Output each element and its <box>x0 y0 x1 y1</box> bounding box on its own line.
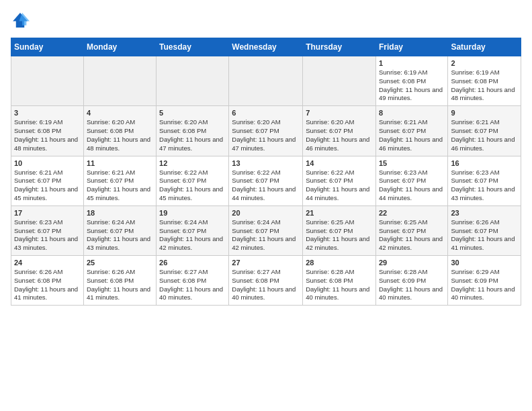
calendar-cell: 8Sunrise: 6:21 AMSunset: 6:07 PMDaylight… <box>375 106 447 156</box>
calendar-cell: 16Sunrise: 6:23 AMSunset: 6:07 PMDayligh… <box>448 156 521 205</box>
day-number: 15 <box>379 159 445 167</box>
page-header <box>11 11 521 30</box>
calendar-cell: 30Sunrise: 6:29 AMSunset: 6:09 PMDayligh… <box>448 256 521 306</box>
day-info: Sunrise: 6:23 AMSunset: 6:07 PMDaylight:… <box>14 218 81 253</box>
calendar-cell: 13Sunrise: 6:22 AMSunset: 6:07 PMDayligh… <box>229 156 303 205</box>
weekday-header: Saturday <box>448 38 521 56</box>
calendar-cell: 25Sunrise: 6:26 AMSunset: 6:08 PMDayligh… <box>83 256 156 306</box>
day-number: 29 <box>379 259 445 267</box>
day-info: Sunrise: 6:20 AMSunset: 6:07 PMDaylight:… <box>306 118 373 152</box>
calendar-cell: 21Sunrise: 6:25 AMSunset: 6:07 PMDayligh… <box>303 205 376 255</box>
day-info: Sunrise: 6:23 AMSunset: 6:07 PMDaylight:… <box>379 169 445 203</box>
calendar-cell <box>229 56 303 106</box>
calendar-table: SundayMondayTuesdayWednesdayThursdayFrid… <box>11 38 521 306</box>
day-info: Sunrise: 6:29 AMSunset: 6:09 PMDaylight:… <box>451 268 518 302</box>
day-info: Sunrise: 6:22 AMSunset: 6:07 PMDaylight:… <box>159 169 226 203</box>
day-number: 16 <box>451 159 518 167</box>
day-info: Sunrise: 6:22 AMSunset: 6:07 PMDaylight:… <box>232 169 300 203</box>
logo-icon <box>11 11 30 30</box>
day-info: Sunrise: 6:21 AMSunset: 6:07 PMDaylight:… <box>87 169 153 203</box>
calendar-cell <box>303 56 376 106</box>
day-info: Sunrise: 6:21 AMSunset: 6:07 PMDaylight:… <box>379 118 445 152</box>
day-info: Sunrise: 6:22 AMSunset: 6:07 PMDaylight:… <box>306 169 373 203</box>
day-number: 17 <box>14 209 81 217</box>
day-info: Sunrise: 6:27 AMSunset: 6:08 PMDaylight:… <box>232 268 300 302</box>
day-number: 28 <box>306 259 373 267</box>
calendar-cell: 4Sunrise: 6:20 AMSunset: 6:08 PMDaylight… <box>83 106 156 156</box>
day-info: Sunrise: 6:24 AMSunset: 6:07 PMDaylight:… <box>232 218 300 253</box>
calendar-cell: 15Sunrise: 6:23 AMSunset: 6:07 PMDayligh… <box>375 156 447 205</box>
weekday-header: Tuesday <box>157 38 229 56</box>
day-number: 30 <box>451 259 518 267</box>
day-number: 27 <box>232 259 300 267</box>
calendar-week-row: 17Sunrise: 6:23 AMSunset: 6:07 PMDayligh… <box>11 205 521 255</box>
day-number: 19 <box>159 209 226 217</box>
day-number: 4 <box>87 109 153 117</box>
calendar-cell: 3Sunrise: 6:19 AMSunset: 6:08 PMDaylight… <box>11 106 84 156</box>
day-number: 13 <box>232 159 300 167</box>
day-info: Sunrise: 6:26 AMSunset: 6:08 PMDaylight:… <box>14 268 81 302</box>
calendar-cell: 9Sunrise: 6:21 AMSunset: 6:07 PMDaylight… <box>448 106 521 156</box>
day-number: 24 <box>14 259 81 267</box>
day-number: 25 <box>87 259 153 267</box>
calendar-cell: 29Sunrise: 6:28 AMSunset: 6:09 PMDayligh… <box>375 256 447 306</box>
day-number: 11 <box>87 159 153 167</box>
day-info: Sunrise: 6:20 AMSunset: 6:08 PMDaylight:… <box>87 118 153 152</box>
weekday-header: Thursday <box>303 38 376 56</box>
calendar-week-row: 3Sunrise: 6:19 AMSunset: 6:08 PMDaylight… <box>11 106 521 156</box>
calendar-cell: 10Sunrise: 6:21 AMSunset: 6:07 PMDayligh… <box>11 156 84 205</box>
day-info: Sunrise: 6:19 AMSunset: 6:08 PMDaylight:… <box>379 68 445 103</box>
calendar-week-row: 1Sunrise: 6:19 AMSunset: 6:08 PMDaylight… <box>11 56 521 106</box>
calendar-cell: 11Sunrise: 6:21 AMSunset: 6:07 PMDayligh… <box>83 156 156 205</box>
day-number: 14 <box>306 159 373 167</box>
calendar-cell: 1Sunrise: 6:19 AMSunset: 6:08 PMDaylight… <box>375 56 447 106</box>
day-number: 9 <box>451 109 518 117</box>
weekday-header: Wednesday <box>229 38 303 56</box>
day-number: 2 <box>451 59 518 67</box>
day-number: 8 <box>379 109 445 117</box>
calendar-cell: 19Sunrise: 6:24 AMSunset: 6:07 PMDayligh… <box>157 205 229 255</box>
calendar-cell: 18Sunrise: 6:24 AMSunset: 6:07 PMDayligh… <box>83 205 156 255</box>
day-info: Sunrise: 6:19 AMSunset: 6:08 PMDaylight:… <box>451 68 518 103</box>
calendar-cell: 24Sunrise: 6:26 AMSunset: 6:08 PMDayligh… <box>11 256 84 306</box>
calendar-cell: 6Sunrise: 6:20 AMSunset: 6:07 PMDaylight… <box>229 106 303 156</box>
day-info: Sunrise: 6:21 AMSunset: 6:07 PMDaylight:… <box>14 169 81 203</box>
weekday-header-row: SundayMondayTuesdayWednesdayThursdayFrid… <box>11 38 521 56</box>
day-number: 26 <box>159 259 226 267</box>
day-info: Sunrise: 6:24 AMSunset: 6:07 PMDaylight:… <box>159 218 226 253</box>
day-info: Sunrise: 6:28 AMSunset: 6:08 PMDaylight:… <box>306 268 373 302</box>
calendar-cell: 7Sunrise: 6:20 AMSunset: 6:07 PMDaylight… <box>303 106 376 156</box>
calendar-cell: 26Sunrise: 6:27 AMSunset: 6:08 PMDayligh… <box>157 256 229 306</box>
day-number: 21 <box>306 209 373 217</box>
day-info: Sunrise: 6:28 AMSunset: 6:09 PMDaylight:… <box>379 268 445 302</box>
calendar-cell: 17Sunrise: 6:23 AMSunset: 6:07 PMDayligh… <box>11 205 84 255</box>
calendar-cell: 22Sunrise: 6:25 AMSunset: 6:07 PMDayligh… <box>375 205 447 255</box>
calendar-cell: 20Sunrise: 6:24 AMSunset: 6:07 PMDayligh… <box>229 205 303 255</box>
calendar-cell: 12Sunrise: 6:22 AMSunset: 6:07 PMDayligh… <box>157 156 229 205</box>
weekday-header: Friday <box>375 38 447 56</box>
day-number: 18 <box>87 209 153 217</box>
calendar-cell: 27Sunrise: 6:27 AMSunset: 6:08 PMDayligh… <box>229 256 303 306</box>
calendar-cell: 23Sunrise: 6:26 AMSunset: 6:07 PMDayligh… <box>448 205 521 255</box>
day-number: 20 <box>232 209 300 217</box>
day-info: Sunrise: 6:23 AMSunset: 6:07 PMDaylight:… <box>451 169 518 203</box>
calendar-week-row: 24Sunrise: 6:26 AMSunset: 6:08 PMDayligh… <box>11 256 521 306</box>
day-info: Sunrise: 6:25 AMSunset: 6:07 PMDaylight:… <box>379 218 445 253</box>
weekday-header: Monday <box>83 38 156 56</box>
day-number: 10 <box>14 159 81 167</box>
day-number: 6 <box>232 109 300 117</box>
day-number: 12 <box>159 159 226 167</box>
logo <box>11 11 32 30</box>
day-info: Sunrise: 6:21 AMSunset: 6:07 PMDaylight:… <box>451 118 518 152</box>
day-number: 3 <box>14 109 81 117</box>
day-info: Sunrise: 6:26 AMSunset: 6:07 PMDaylight:… <box>451 218 518 253</box>
calendar-cell: 2Sunrise: 6:19 AMSunset: 6:08 PMDaylight… <box>448 56 521 106</box>
day-info: Sunrise: 6:19 AMSunset: 6:08 PMDaylight:… <box>14 118 81 152</box>
day-number: 22 <box>379 209 445 217</box>
day-number: 5 <box>159 109 226 117</box>
calendar-cell: 5Sunrise: 6:20 AMSunset: 6:08 PMDaylight… <box>157 106 229 156</box>
calendar-cell <box>11 56 84 106</box>
calendar-week-row: 10Sunrise: 6:21 AMSunset: 6:07 PMDayligh… <box>11 156 521 205</box>
calendar-cell: 14Sunrise: 6:22 AMSunset: 6:07 PMDayligh… <box>303 156 376 205</box>
calendar-cell <box>157 56 229 106</box>
